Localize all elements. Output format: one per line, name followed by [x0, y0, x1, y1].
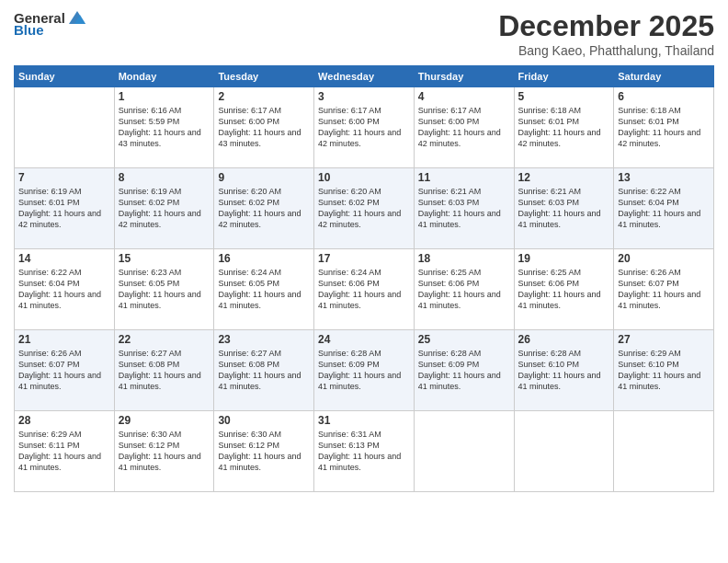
day-number: 12	[518, 171, 610, 184]
weekday-header-friday: Friday	[514, 66, 614, 87]
day-number: 7	[18, 171, 110, 184]
day-info: Sunrise: 6:17 AM Sunset: 6:00 PM Dayligh…	[418, 105, 510, 150]
calendar-cell: 10Sunrise: 6:20 AM Sunset: 6:02 PM Dayli…	[314, 168, 415, 249]
calendar-cell	[614, 411, 714, 492]
day-info: Sunrise: 6:27 AM Sunset: 6:08 PM Dayligh…	[218, 348, 310, 393]
calendar-cell: 29Sunrise: 6:30 AM Sunset: 6:12 PM Dayli…	[114, 411, 214, 492]
day-number: 28	[18, 414, 110, 427]
day-info: Sunrise: 6:19 AM Sunset: 6:01 PM Dayligh…	[18, 186, 110, 231]
day-number: 3	[318, 90, 410, 103]
header: General Blue December 2025 Bang Kaeo, Ph…	[14, 9, 714, 58]
day-number: 16	[218, 252, 310, 265]
day-info: Sunrise: 6:18 AM Sunset: 6:01 PM Dayligh…	[518, 105, 610, 150]
day-info: Sunrise: 6:26 AM Sunset: 6:07 PM Dayligh…	[618, 267, 710, 312]
day-info: Sunrise: 6:18 AM Sunset: 6:01 PM Dayligh…	[618, 105, 710, 150]
day-number: 5	[518, 90, 610, 103]
day-number: 27	[618, 333, 710, 346]
week-row-4: 21Sunrise: 6:26 AM Sunset: 6:07 PM Dayli…	[15, 330, 714, 411]
weekday-header-sunday: Sunday	[15, 66, 115, 87]
calendar-cell: 8Sunrise: 6:19 AM Sunset: 6:02 PM Daylig…	[114, 168, 214, 249]
day-info: Sunrise: 6:20 AM Sunset: 6:02 PM Dayligh…	[318, 186, 410, 231]
calendar-cell: 19Sunrise: 6:25 AM Sunset: 6:06 PM Dayli…	[514, 249, 614, 330]
day-info: Sunrise: 6:24 AM Sunset: 6:06 PM Dayligh…	[318, 267, 410, 312]
day-number: 11	[418, 171, 510, 184]
weekday-header-saturday: Saturday	[614, 66, 714, 87]
day-number: 29	[119, 414, 210, 427]
logo: General Blue	[14, 9, 87, 38]
day-number: 10	[318, 171, 410, 184]
day-number: 4	[418, 90, 510, 103]
calendar-cell: 12Sunrise: 6:21 AM Sunset: 6:03 PM Dayli…	[514, 168, 614, 249]
day-info: Sunrise: 6:26 AM Sunset: 6:07 PM Dayligh…	[18, 348, 110, 393]
day-info: Sunrise: 6:17 AM Sunset: 6:00 PM Dayligh…	[318, 105, 410, 150]
weekday-header-thursday: Thursday	[414, 66, 514, 87]
day-info: Sunrise: 6:28 AM Sunset: 6:09 PM Dayligh…	[418, 348, 510, 393]
week-row-2: 7Sunrise: 6:19 AM Sunset: 6:01 PM Daylig…	[15, 168, 714, 249]
weekday-header-row: SundayMondayTuesdayWednesdayThursdayFrid…	[15, 66, 714, 87]
calendar-cell: 31Sunrise: 6:31 AM Sunset: 6:13 PM Dayli…	[314, 411, 415, 492]
day-info: Sunrise: 6:29 AM Sunset: 6:11 PM Dayligh…	[18, 429, 110, 474]
day-number: 1	[119, 90, 210, 103]
day-number: 13	[618, 171, 710, 184]
calendar-cell: 3Sunrise: 6:17 AM Sunset: 6:00 PM Daylig…	[314, 87, 415, 168]
day-info: Sunrise: 6:21 AM Sunset: 6:03 PM Dayligh…	[518, 186, 610, 231]
calendar-cell: 5Sunrise: 6:18 AM Sunset: 6:01 PM Daylig…	[514, 87, 614, 168]
month-title: December 2025	[498, 9, 714, 43]
calendar-cell: 26Sunrise: 6:28 AM Sunset: 6:10 PM Dayli…	[514, 330, 614, 411]
calendar-cell: 11Sunrise: 6:21 AM Sunset: 6:03 PM Dayli…	[414, 168, 514, 249]
calendar-cell: 25Sunrise: 6:28 AM Sunset: 6:09 PM Dayli…	[414, 330, 514, 411]
day-info: Sunrise: 6:17 AM Sunset: 6:00 PM Dayligh…	[218, 105, 310, 150]
day-number: 25	[418, 333, 510, 346]
logo-icon	[67, 9, 87, 26]
calendar-cell: 24Sunrise: 6:28 AM Sunset: 6:09 PM Dayli…	[314, 330, 415, 411]
calendar-cell: 17Sunrise: 6:24 AM Sunset: 6:06 PM Dayli…	[314, 249, 415, 330]
calendar-cell: 4Sunrise: 6:17 AM Sunset: 6:00 PM Daylig…	[414, 87, 514, 168]
day-number: 21	[18, 333, 110, 346]
day-info: Sunrise: 6:31 AM Sunset: 6:13 PM Dayligh…	[318, 429, 410, 474]
day-number: 31	[318, 414, 410, 427]
calendar-cell: 13Sunrise: 6:22 AM Sunset: 6:04 PM Dayli…	[614, 168, 714, 249]
day-number: 9	[218, 171, 310, 184]
day-info: Sunrise: 6:22 AM Sunset: 6:04 PM Dayligh…	[618, 186, 710, 231]
day-number: 8	[119, 171, 210, 184]
weekday-header-monday: Monday	[114, 66, 214, 87]
calendar-table: SundayMondayTuesdayWednesdayThursdayFrid…	[14, 65, 714, 492]
weekday-header-wednesday: Wednesday	[314, 66, 415, 87]
day-number: 22	[119, 333, 210, 346]
day-number: 30	[218, 414, 310, 427]
day-number: 2	[218, 90, 310, 103]
day-number: 6	[618, 90, 710, 103]
calendar-cell: 16Sunrise: 6:24 AM Sunset: 6:05 PM Dayli…	[214, 249, 314, 330]
day-number: 15	[119, 252, 210, 265]
calendar-cell: 30Sunrise: 6:30 AM Sunset: 6:12 PM Dayli…	[214, 411, 314, 492]
calendar-cell: 7Sunrise: 6:19 AM Sunset: 6:01 PM Daylig…	[15, 168, 115, 249]
calendar-cell: 6Sunrise: 6:18 AM Sunset: 6:01 PM Daylig…	[614, 87, 714, 168]
calendar-cell: 14Sunrise: 6:22 AM Sunset: 6:04 PM Dayli…	[15, 249, 115, 330]
day-info: Sunrise: 6:28 AM Sunset: 6:10 PM Dayligh…	[518, 348, 610, 393]
calendar-cell	[414, 411, 514, 492]
day-number: 24	[318, 333, 410, 346]
calendar-cell: 2Sunrise: 6:17 AM Sunset: 6:00 PM Daylig…	[214, 87, 314, 168]
calendar-cell: 20Sunrise: 6:26 AM Sunset: 6:07 PM Dayli…	[614, 249, 714, 330]
week-row-5: 28Sunrise: 6:29 AM Sunset: 6:11 PM Dayli…	[15, 411, 714, 492]
calendar-cell	[15, 87, 115, 168]
day-info: Sunrise: 6:30 AM Sunset: 6:12 PM Dayligh…	[119, 429, 210, 474]
day-number: 23	[218, 333, 310, 346]
day-info: Sunrise: 6:21 AM Sunset: 6:03 PM Dayligh…	[418, 186, 510, 231]
day-info: Sunrise: 6:30 AM Sunset: 6:12 PM Dayligh…	[218, 429, 310, 474]
day-number: 26	[518, 333, 610, 346]
day-number: 20	[618, 252, 710, 265]
calendar-cell: 28Sunrise: 6:29 AM Sunset: 6:11 PM Dayli…	[15, 411, 115, 492]
day-info: Sunrise: 6:25 AM Sunset: 6:06 PM Dayligh…	[518, 267, 610, 312]
calendar-cell	[514, 411, 614, 492]
calendar-cell: 22Sunrise: 6:27 AM Sunset: 6:08 PM Dayli…	[114, 330, 214, 411]
day-info: Sunrise: 6:19 AM Sunset: 6:02 PM Dayligh…	[119, 186, 210, 231]
day-info: Sunrise: 6:16 AM Sunset: 5:59 PM Dayligh…	[119, 105, 210, 150]
calendar-cell: 9Sunrise: 6:20 AM Sunset: 6:02 PM Daylig…	[214, 168, 314, 249]
day-info: Sunrise: 6:28 AM Sunset: 6:09 PM Dayligh…	[318, 348, 410, 393]
weekday-header-tuesday: Tuesday	[214, 66, 314, 87]
day-info: Sunrise: 6:29 AM Sunset: 6:10 PM Dayligh…	[618, 348, 710, 393]
day-info: Sunrise: 6:24 AM Sunset: 6:05 PM Dayligh…	[218, 267, 310, 312]
day-info: Sunrise: 6:22 AM Sunset: 6:04 PM Dayligh…	[18, 267, 110, 312]
calendar-cell: 21Sunrise: 6:26 AM Sunset: 6:07 PM Dayli…	[15, 330, 115, 411]
